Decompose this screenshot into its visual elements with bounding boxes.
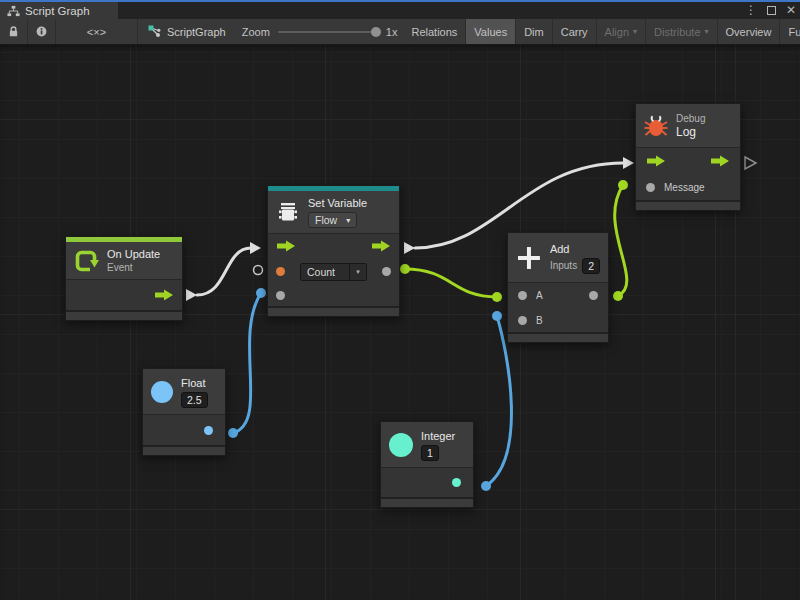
input-port-b[interactable] [518, 316, 527, 325]
relations-button[interactable]: Relations [403, 19, 466, 44]
node-footer [268, 306, 399, 316]
value-output-port[interactable] [382, 267, 391, 276]
integer-type-icon [389, 433, 413, 457]
focus-highlight-line [0, 0, 800, 2]
caret-down-icon: ▾ [349, 264, 366, 280]
node-title: Float [181, 376, 208, 390]
wire-flow-on-update-to-set-variable-endcap [250, 242, 261, 254]
wire-value-add-to-debug-message-endcap [613, 291, 623, 301]
wire-value-float-to-set-variable-endcap [228, 428, 238, 438]
wire-flow-set-variable-to-debug-log-endcap [404, 242, 415, 254]
align-button[interactable]: Align▾ [597, 19, 646, 44]
integer-output-port[interactable] [452, 478, 461, 487]
wire-flow-on-update-to-set-variable[interactable] [197, 248, 251, 295]
title-bar: Script Graph ⋮ ✕ [0, 0, 800, 19]
flow-input-port[interactable] [646, 155, 666, 167]
tab-script-graph[interactable]: Script Graph [0, 2, 118, 19]
dim-button[interactable]: Dim [516, 19, 553, 44]
node-title: Log [676, 125, 705, 139]
zoom-label: Zoom [242, 26, 270, 38]
zoom-slider[interactable] [278, 31, 378, 33]
wire-value-integer-to-add-b-endcap [492, 311, 502, 321]
node-title: Integer [421, 429, 455, 443]
flow-output-port[interactable] [371, 240, 391, 252]
float-type-icon [151, 381, 173, 403]
node-footer [636, 200, 740, 210]
node-add[interactable]: Add Inputs 2 A B [507, 232, 609, 343]
lock-icon [8, 25, 19, 38]
variable-kind-dropdown[interactable]: Flow▾ [308, 212, 357, 228]
node-category: Debug [676, 112, 705, 125]
node-footer [381, 497, 473, 507]
panel-menu-icon[interactable]: ⋮ [745, 2, 757, 19]
wire-flow-on-update-to-set-variable-endcap [186, 289, 197, 301]
wire-value-float-to-set-variable[interactable] [233, 293, 261, 433]
caret-down-icon: ▾ [346, 216, 350, 225]
port-b-label: B [536, 315, 543, 326]
distribute-button[interactable]: Distribute▾ [646, 19, 717, 44]
node-integer[interactable]: Integer 1 [380, 421, 474, 508]
variable-name-value: Count [301, 264, 349, 280]
variable-name-port[interactable] [276, 267, 285, 276]
node-on-update[interactable]: On Update Event [65, 236, 183, 321]
variable-icon [276, 200, 300, 224]
wire-value-set-variable-to-add-a-endcap [400, 264, 410, 274]
lock-button[interactable] [0, 19, 28, 44]
node-subtitle: Event [107, 261, 160, 274]
overview-button[interactable]: Overview [718, 19, 781, 44]
info-button[interactable] [28, 19, 56, 44]
unconnected-value-port-marker [254, 266, 263, 275]
info-icon [36, 25, 47, 38]
node-footer [66, 310, 182, 320]
inspect-code-button[interactable]: <×> [56, 19, 138, 44]
script-graph-icon [148, 25, 161, 38]
node-footer [143, 445, 225, 455]
message-input-port[interactable] [646, 183, 655, 192]
inputs-count-field[interactable]: 2 [582, 258, 600, 274]
node-float[interactable]: Float 2.5 [142, 368, 226, 456]
wire-value-add-to-debug-message-endcap [618, 180, 628, 190]
flow-output-port[interactable] [154, 289, 174, 301]
breadcrumb[interactable]: ScriptGraph [138, 19, 236, 44]
unconnected-flow-out-marker [745, 157, 756, 169]
flow-output-port[interactable] [710, 155, 730, 167]
input-port-a[interactable] [518, 291, 527, 300]
message-port-label: Message [664, 182, 705, 193]
wire-value-set-variable-to-add-a[interactable] [405, 269, 497, 297]
graph-hierarchy-icon [7, 5, 20, 17]
integer-value-field[interactable]: 1 [421, 445, 439, 461]
carry-button[interactable]: Carry [553, 19, 597, 44]
value-input-port[interactable] [276, 291, 285, 300]
graph-toolbar: <×> ScriptGraph Zoom 1x Relations Values… [0, 19, 800, 45]
node-set-variable[interactable]: Set Variable Flow▾ Count ▾ [267, 185, 400, 317]
node-title: On Update [107, 247, 160, 261]
sum-output-port[interactable] [589, 291, 598, 300]
wire-value-integer-to-add-b-endcap [481, 481, 491, 491]
values-button[interactable]: Values [466, 19, 516, 44]
node-title: Set Variable [308, 196, 367, 210]
node-debug-log[interactable]: Debug Log Message [635, 103, 741, 211]
caret-down-icon: ▾ [633, 27, 637, 36]
caret-down-icon: ▾ [705, 27, 709, 36]
wire-value-float-to-set-variable-endcap [256, 288, 266, 298]
port-a-label: A [536, 290, 543, 301]
script-graph-window: Script Graph ⋮ ✕ <×> [0, 0, 800, 600]
graph-canvas[interactable]: On Update Event [0, 45, 800, 600]
wire-flow-set-variable-to-debug-log-endcap [623, 157, 634, 169]
plus-icon [516, 245, 542, 271]
wire-value-set-variable-to-add-a-endcap [492, 292, 502, 302]
float-value-field[interactable]: 2.5 [181, 392, 208, 408]
zoom-slider-handle[interactable] [371, 27, 381, 37]
flow-input-port[interactable] [276, 240, 296, 252]
float-output-port[interactable] [204, 426, 213, 435]
zoom-value: 1x [386, 26, 398, 38]
node-footer [508, 332, 608, 342]
update-loop-icon [74, 249, 99, 273]
variable-name-dropdown[interactable]: Count ▾ [300, 263, 367, 281]
close-icon[interactable]: ✕ [786, 2, 796, 19]
node-title: Add [550, 242, 600, 256]
maximize-icon[interactable] [767, 6, 776, 15]
wire-value-add-to-debug-message[interactable] [615, 185, 627, 296]
fullscreen-button[interactable]: Full Screen [780, 19, 800, 44]
tab-title: Script Graph [25, 5, 90, 17]
